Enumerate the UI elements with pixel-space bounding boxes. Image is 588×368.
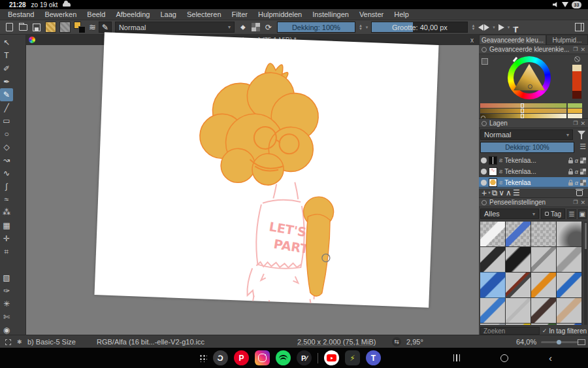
close-icon[interactable]: ✕	[580, 46, 585, 53]
alpha-lock-icon[interactable]: α	[575, 180, 578, 186]
brush-preset-cell[interactable]	[506, 247, 531, 272]
size-slider[interactable]: Grootte: 40,00 px	[371, 22, 468, 33]
size-spinner[interactable]: ▲▼	[471, 24, 475, 31]
pinterest-icon[interactable]: P	[234, 350, 249, 365]
swatch-offwhite[interactable]	[568, 114, 582, 118]
save-button[interactable]	[31, 22, 42, 33]
tool-colorize-mask[interactable]: ✳	[0, 297, 13, 310]
no-color-icon[interactable]	[574, 56, 580, 62]
canvas-only-icon[interactable]	[578, 339, 585, 345]
brush-preset-cell[interactable]	[506, 298, 531, 323]
youtube-icon[interactable]	[324, 350, 339, 365]
tool-freehand-brush[interactable]: ✎	[0, 88, 13, 101]
menu-instellingen[interactable]: Instellingen	[307, 10, 354, 18]
menu-venster[interactable]: Venster	[354, 10, 389, 18]
canvas-surface[interactable]: LET'S PARTY	[94, 32, 438, 307]
tool-text[interactable]: T	[0, 49, 13, 62]
gradient-chooser[interactable]	[59, 22, 71, 33]
tool-polyline[interactable]: ↝	[0, 154, 13, 167]
brush-preset-cell[interactable]	[557, 247, 581, 272]
tool-gradient[interactable]: ▧	[0, 271, 13, 284]
chevron-down-icon[interactable]: ▾	[493, 25, 495, 30]
menu-help[interactable]: Help	[389, 10, 414, 18]
layer-opacity-slider[interactable]: Dekking: 100%	[480, 142, 574, 153]
tool-smart-patch[interactable]: ✄	[0, 310, 13, 324]
tab-tool-options[interactable]: Hulpmid...	[546, 35, 588, 45]
alpha-inherit-icon[interactable]	[580, 158, 586, 163]
tool-line[interactable]: ╱	[0, 101, 13, 114]
close-icon[interactable]: x	[470, 37, 479, 44]
tool-bezier-curve[interactable]: ∿	[0, 167, 13, 180]
chevron-down-icon[interactable]: ▾	[488, 190, 491, 195]
alpha-inherit-icon[interactable]	[580, 180, 586, 186]
image-size-label[interactable]: 2.500 x 2.000 (75,1 MiB)	[297, 335, 376, 348]
hamburger-icon[interactable]: ☰	[567, 209, 576, 219]
alpha-lock-icon[interactable]: α	[575, 158, 578, 164]
menu-filter[interactable]: Filter	[227, 10, 253, 18]
brush-preset-cell[interactable]	[506, 222, 531, 246]
hamburger-icon[interactable]: ☰	[580, 142, 586, 151]
brush-preset-cell[interactable]	[531, 247, 556, 272]
delete-layer-button[interactable]	[576, 190, 583, 196]
teams-icon[interactable]: T	[366, 350, 381, 365]
lightning-app-icon[interactable]: ⚡	[345, 350, 360, 365]
close-icon[interactable]: ✕	[580, 120, 585, 127]
back-button[interactable]: ‹	[549, 355, 552, 361]
preserve-alpha-button[interactable]	[252, 23, 260, 31]
search-input[interactable]: Zoeken	[480, 327, 540, 335]
lock-icon[interactable]	[568, 160, 573, 163]
brush-preset-cell[interactable]	[557, 222, 581, 246]
new-document-button[interactable]	[4, 22, 14, 33]
swatch-cream[interactable]	[572, 65, 581, 71]
apps-grid-icon[interactable]	[199, 354, 207, 362]
layer-properties-button[interactable]: ☰	[513, 188, 520, 197]
wrap-around-button[interactable]	[498, 24, 504, 31]
tool-crop[interactable]: ⌗	[0, 245, 13, 258]
tool-dynamic-brush[interactable]: ≈	[0, 193, 13, 206]
alpha-inherit-icon[interactable]	[580, 169, 586, 175]
zoom-value[interactable]: 64,0%	[516, 335, 536, 348]
tool-move[interactable]: ✛	[0, 232, 13, 245]
brush-preset-chooser[interactable]: ✎	[99, 22, 112, 33]
tool-freehand-path[interactable]: ∫	[0, 180, 13, 193]
recent-colors[interactable]	[572, 65, 581, 99]
tool-select-shapes[interactable]: ↖	[0, 36, 13, 49]
close-icon[interactable]: ✕	[580, 199, 585, 206]
tool-color-sampler[interactable]: ✑	[0, 284, 13, 297]
brush-preset-cell[interactable]	[531, 222, 556, 246]
tab-advanced-color[interactable]: Geavanceerde kleu...	[479, 35, 546, 45]
brush-preset-cell[interactable]	[480, 247, 505, 272]
swatch-red[interactable]	[572, 71, 581, 91]
instagram-icon[interactable]	[255, 350, 270, 365]
brush-preset-cell[interactable]	[480, 324, 505, 325]
tag-filter-checkbox[interactable]: ✓ In tag filteren	[542, 327, 587, 335]
home-button[interactable]	[500, 354, 508, 362]
swatch-maroon[interactable]	[572, 91, 581, 99]
selection-mode-icon[interactable]	[5, 339, 11, 345]
open-document-button[interactable]	[18, 22, 28, 33]
color-sliders[interactable]	[480, 103, 566, 119]
swatch-green[interactable]	[568, 103, 582, 108]
trim-tool-icon[interactable]: ┲	[513, 22, 518, 32]
opacity-slider[interactable]: Dekking: 100%	[277, 22, 355, 33]
tool-ellipse[interactable]: ○	[0, 127, 13, 141]
blend-mode-dropdown[interactable]: Normaal ▾	[115, 22, 235, 33]
float-icon[interactable]: ❐	[573, 199, 578, 205]
brush-preset-cell[interactable]	[506, 324, 531, 325]
float-icon[interactable]: ❐	[573, 46, 578, 52]
rotation-value[interactable]: 2,95°	[406, 335, 423, 348]
brush-preset-cell[interactable]	[480, 222, 505, 246]
reload-preset-button[interactable]: ⟳	[263, 22, 274, 33]
tool-calligraphy[interactable]: ✒	[0, 75, 13, 88]
menu-bestand[interactable]: Bestand	[3, 10, 39, 18]
spotify-icon[interactable]	[276, 350, 291, 365]
brush-preset-cell[interactable]	[506, 273, 531, 297]
brush-preset-cell[interactable]	[480, 298, 505, 323]
scrollbar[interactable]	[584, 222, 587, 325]
tag-button[interactable]: Tag	[541, 209, 565, 219]
pattern-chooser[interactable]	[45, 22, 56, 33]
brush-preset-cell[interactable]	[531, 298, 556, 323]
layer-blend-mode-dropdown[interactable]: Normaal ▾	[480, 129, 573, 140]
ibis-paint-icon[interactable]: P∕	[297, 350, 312, 365]
swatch-yellow[interactable]	[568, 109, 582, 113]
